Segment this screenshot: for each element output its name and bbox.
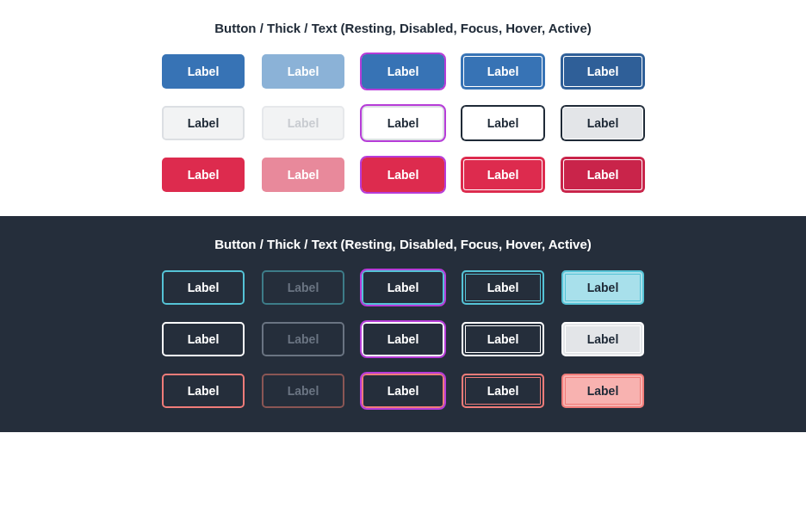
btn-secondary-focus[interactable]: Label [362,106,444,140]
button-label: Label [487,116,519,130]
btn-danger-active[interactable]: Label [561,158,644,192]
button-label: Label [288,332,319,346]
btn-danger-focus[interactable]: Label [362,158,444,192]
button-label: Label [587,332,619,346]
btn-primary-disabled: Label [262,270,344,305]
btn-secondary-hover[interactable]: Label [462,106,544,140]
button-label: Label [288,65,319,78]
button-label: Label [388,281,419,294]
btn-primary-focus[interactable]: Label [362,270,444,305]
button-label: Label [188,116,220,130]
btn-primary-active[interactable]: Label [561,270,644,305]
button-label: Label [587,384,619,398]
button-label: Label [487,384,519,398]
btn-danger-hover[interactable]: Label [462,158,544,192]
button-label: Label [587,116,619,130]
button-label: Label [587,168,619,182]
btn-secondary-resting[interactable]: Label [162,106,245,140]
btn-secondary-hover[interactable]: Label [462,322,544,356]
button-label: Label [188,332,220,346]
button-label: Label [188,281,220,294]
btn-primary-hover[interactable]: Label [462,270,544,305]
button-label: Label [487,65,519,78]
button-label: Label [288,168,319,182]
btn-primary-resting[interactable]: Label [162,270,245,305]
button-label: Label [587,281,619,294]
button-label: Label [487,168,519,182]
panel-light: Button / Thick / Text (Resting, Disabled… [0,0,806,216]
button-label: Label [487,281,519,294]
btn-secondary-active[interactable]: Label [561,322,644,356]
button-label: Label [388,168,419,182]
button-label: Label [388,384,419,398]
button-label: Label [388,65,419,78]
btn-primary-focus[interactable]: Label [362,54,444,89]
button-label: Label [188,384,220,398]
btn-primary-active[interactable]: Label [561,54,644,89]
btn-danger-resting[interactable]: Label [162,158,245,192]
panel-dark: Button / Thick / Text (Resting, Disabled… [0,216,806,432]
button-label: Label [288,281,319,294]
button-label: Label [188,168,220,182]
button-grid-light: Label Label Label Label Label Label Labe… [162,54,644,192]
button-label: Label [487,332,519,346]
btn-primary-disabled: Label [262,54,344,89]
btn-danger-disabled: Label [262,374,344,408]
btn-secondary-disabled: Label [262,106,344,140]
panel-dark-title: Button / Thick / Text (Resting, Disabled… [214,237,592,251]
btn-secondary-disabled: Label [262,322,344,356]
button-label: Label [288,116,319,130]
btn-danger-resting[interactable]: Label [162,374,245,408]
btn-danger-focus[interactable]: Label [362,374,444,408]
btn-danger-hover[interactable]: Label [462,374,544,408]
button-grid-dark: Label Label Label Label Label Label Labe… [162,270,644,408]
button-label: Label [587,65,619,78]
button-label: Label [188,65,220,78]
panel-light-title: Button / Thick / Text (Resting, Disabled… [214,21,592,35]
btn-primary-hover[interactable]: Label [462,54,544,89]
btn-danger-active[interactable]: Label [561,374,644,408]
btn-secondary-resting[interactable]: Label [162,322,245,356]
btn-primary-resting[interactable]: Label [162,54,245,89]
btn-secondary-active[interactable]: Label [561,106,644,140]
button-label: Label [388,116,419,130]
button-label: Label [388,332,419,346]
btn-danger-disabled: Label [262,158,344,192]
btn-secondary-focus[interactable]: Label [362,322,444,356]
button-label: Label [288,384,319,398]
